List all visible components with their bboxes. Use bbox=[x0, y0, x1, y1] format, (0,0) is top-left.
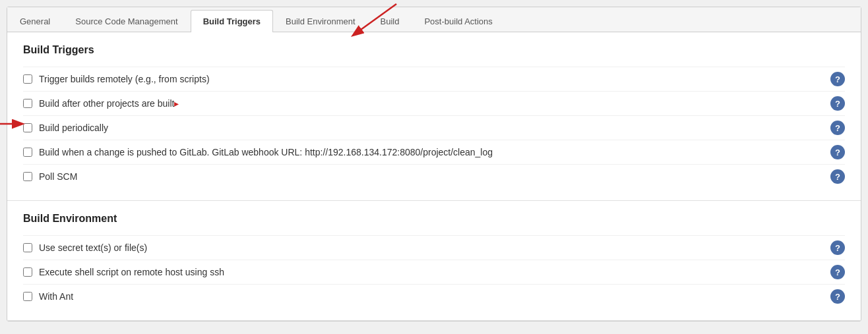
build-triggers-section: Build Triggers Trigger builds remotely (… bbox=[7, 32, 861, 201]
help-icon-shell-script-ssh[interactable]: ? bbox=[830, 265, 845, 279]
tab-general[interactable]: General bbox=[7, 10, 63, 32]
help-icon-build-periodically[interactable]: ? bbox=[830, 121, 845, 135]
label-secret-text: Use secret text(s) or file(s) bbox=[39, 242, 824, 253]
option-gitlab-push: Build when a change is pushed to GitLab.… bbox=[23, 140, 845, 164]
option-trigger-remotely: Trigger builds remotely (e.g., from scri… bbox=[23, 67, 845, 91]
checkbox-poll-scm[interactable] bbox=[23, 172, 32, 181]
help-icon-secret-text[interactable]: ? bbox=[830, 240, 845, 255]
tab-bar: General Source Code Management Build Tri… bbox=[7, 7, 861, 32]
checkbox-trigger-remotely[interactable] bbox=[23, 74, 32, 84]
option-secret-text: Use secret text(s) or file(s) ? bbox=[23, 235, 845, 260]
tab-post-build-actions[interactable]: Post-build Actions bbox=[412, 10, 505, 32]
label-poll-scm: Poll SCM bbox=[39, 171, 824, 182]
help-icon-poll-scm[interactable]: ? bbox=[830, 169, 845, 184]
label-build-after: Build after other projects are built▸ bbox=[39, 98, 824, 109]
build-environment-title: Build Environment bbox=[23, 213, 845, 225]
help-icon-trigger-remotely[interactable]: ? bbox=[830, 72, 845, 86]
help-icon-with-ant[interactable]: ? bbox=[830, 289, 845, 304]
option-poll-scm: Poll SCM ? bbox=[23, 164, 845, 188]
label-with-ant: With Ant bbox=[39, 291, 824, 302]
tab-source-code-management[interactable]: Source Code Management bbox=[63, 10, 190, 32]
checkbox-with-ant[interactable] bbox=[23, 292, 32, 301]
build-environment-section: Build Environment Use secret text(s) or … bbox=[7, 201, 861, 321]
option-build-after: Build after other projects are built▸ ? bbox=[23, 91, 845, 115]
help-icon-build-after[interactable]: ? bbox=[830, 96, 845, 111]
option-build-periodically: Build periodically ? bbox=[23, 115, 845, 140]
build-triggers-title: Build Triggers bbox=[23, 44, 845, 56]
label-gitlab-push: Build when a change is pushed to GitLab.… bbox=[39, 147, 824, 157]
checkbox-build-after[interactable] bbox=[23, 99, 32, 108]
content-area: Build Triggers Trigger builds remotely (… bbox=[7, 32, 861, 321]
label-trigger-remotely: Trigger builds remotely (e.g., from scri… bbox=[39, 74, 824, 84]
option-with-ant: With Ant ? bbox=[23, 284, 845, 308]
label-build-periodically: Build periodically bbox=[39, 123, 824, 133]
tab-build[interactable]: Build bbox=[368, 10, 412, 32]
option-shell-script-ssh: Execute shell script on remote host usin… bbox=[23, 260, 845, 284]
checkbox-build-periodically[interactable] bbox=[23, 123, 32, 132]
help-icon-gitlab-push[interactable]: ? bbox=[830, 145, 845, 159]
tab-build-triggers[interactable]: Build Triggers bbox=[191, 10, 273, 32]
tab-build-environment[interactable]: Build Environment bbox=[273, 10, 368, 32]
checkbox-shell-script-ssh[interactable] bbox=[23, 267, 32, 277]
checkbox-gitlab-push[interactable] bbox=[23, 148, 32, 157]
label-shell-script-ssh: Execute shell script on remote host usin… bbox=[39, 267, 824, 277]
checkbox-secret-text[interactable] bbox=[23, 243, 32, 252]
